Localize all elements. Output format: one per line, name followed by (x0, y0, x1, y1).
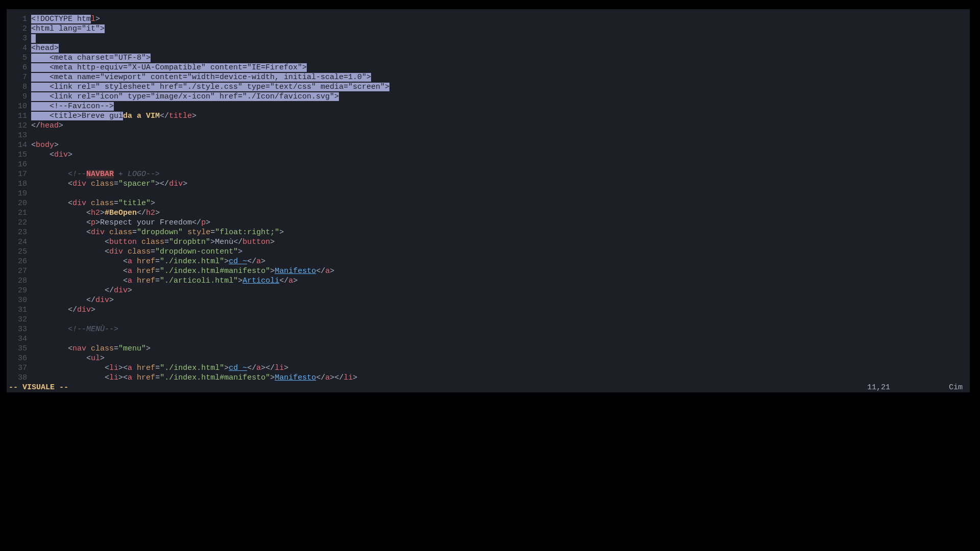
code-content[interactable]: <button class="dropbtn">Menù</button> (31, 237, 970, 247)
code-content[interactable]: <!--Favicon--> (31, 102, 970, 111)
line-number: 9 (7, 92, 31, 102)
code-content[interactable]: <a href="./index.html#manifesto">Manifes… (31, 266, 970, 276)
code-content[interactable] (31, 131, 970, 140)
code-content[interactable]: </head> (31, 121, 970, 131)
line-number: 13 (7, 131, 31, 140)
code-line[interactable]: 30 </div> (7, 295, 970, 305)
code-content[interactable]: <a href="./index.html">cd ~</a> (31, 257, 970, 266)
code-line[interactable]: 4<head> (7, 43, 970, 53)
code-content[interactable] (31, 160, 970, 169)
code-line[interactable]: 25 <div class="dropdown-content"> (7, 247, 970, 257)
code-line[interactable]: 28 <a href="./articoli.html">Articoli</a… (7, 276, 970, 286)
code-content[interactable]: <nav class="menu"> (31, 344, 970, 354)
code-line[interactable]: 1<!DOCTYPE html> (7, 14, 970, 24)
code-content[interactable]: <div class="dropdown-content"> (31, 247, 970, 257)
line-number: 21 (7, 208, 31, 218)
code-line[interactable]: 9 <link rel="icon" type="image/x-icon" h… (7, 92, 970, 102)
code-line[interactable]: 29 </div> (7, 286, 970, 295)
code-line[interactable]: 8 <link rel=" stylesheet" href="./style.… (7, 82, 970, 92)
code-content[interactable]: <meta name="viewport" content="width=dev… (31, 72, 970, 82)
code-content[interactable] (31, 189, 970, 198)
line-number: 24 (7, 237, 31, 247)
code-content[interactable]: <link rel="icon" type="image/x-icon" hre… (31, 92, 970, 102)
code-line[interactable]: 33 <!--MENÙ--> (7, 324, 970, 334)
code-content[interactable]: <div> (31, 150, 970, 160)
line-number: 26 (7, 257, 31, 266)
line-number: 7 (7, 72, 31, 82)
code-content[interactable]: <title>Breve guida a VIM</title> (31, 111, 970, 121)
code-line[interactable]: 36 <ul> (7, 354, 970, 363)
code-line[interactable]: 37 <li><a href="./index.html">cd ~</a></… (7, 363, 970, 373)
line-number: 6 (7, 63, 31, 72)
code-content[interactable]: </div> (31, 286, 970, 295)
code-content[interactable]: <div class="title"> (31, 198, 970, 208)
code-line[interactable]: 7 <meta name="viewport" content="width=d… (7, 72, 970, 82)
code-line[interactable]: 35 <nav class="menu"> (7, 344, 970, 354)
code-line[interactable]: 38 <li><a href="./index.html#manifesto">… (7, 373, 970, 383)
scroll-indicator: Cim (949, 383, 968, 392)
code-content[interactable]: <!--NAVBAR + LOGO--> (31, 169, 970, 179)
code-content[interactable]: <a href="./articoli.html">Articoli</a> (31, 276, 970, 286)
code-line[interactable]: 16 (7, 160, 970, 169)
code-line[interactable]: 20 <div class="title"> (7, 198, 970, 208)
cursor-position: 11,21 (867, 383, 949, 392)
code-line[interactable]: 34 (7, 334, 970, 344)
code-content[interactable]: <!DOCTYPE html> (31, 14, 970, 24)
line-number: 34 (7, 334, 31, 344)
code-line[interactable]: 21 <h2>#BeOpen</h2> (7, 208, 970, 218)
code-content[interactable]: <ul> (31, 354, 970, 363)
code-line[interactable]: 24 <button class="dropbtn">Menù</button> (7, 237, 970, 247)
line-number: 28 (7, 276, 31, 286)
code-line[interactable]: 12</head> (7, 121, 970, 131)
line-number: 8 (7, 82, 31, 92)
line-number: 25 (7, 247, 31, 257)
code-line[interactable]: 26 <a href="./index.html">cd ~</a> (7, 257, 970, 266)
code-line[interactable]: 27 <a href="./index.html#manifesto">Mani… (7, 266, 970, 276)
code-line[interactable]: 17 <!--NAVBAR + LOGO--> (7, 169, 970, 179)
code-content[interactable]: <p>Respect your Freedom</p> (31, 218, 970, 228)
code-line[interactable]: 18 <div class="spacer"></div> (7, 179, 970, 189)
line-number: 38 (7, 373, 31, 383)
code-editor[interactable]: 1<!DOCTYPE html>2<html lang="it">3 4<hea… (7, 9, 970, 392)
code-content[interactable]: <div class="spacer"></div> (31, 179, 970, 189)
line-number: 3 (7, 34, 31, 43)
code-line[interactable]: 32 (7, 315, 970, 324)
code-content[interactable]: </div> (31, 295, 970, 305)
code-content[interactable]: <link rel=" stylesheet" href="./style.cs… (31, 82, 970, 92)
code-content[interactable]: <meta charset="UTF-8"> (31, 53, 970, 63)
code-content[interactable]: <h2>#BeOpen</h2> (31, 208, 970, 218)
code-content[interactable]: <li><a href="./index.html">cd ~</a></li> (31, 363, 970, 373)
code-content[interactable]: <body> (31, 140, 970, 150)
line-number: 23 (7, 228, 31, 237)
code-line[interactable]: 2<html lang="it"> (7, 24, 970, 34)
code-line[interactable]: 14<body> (7, 140, 970, 150)
code-content[interactable]: <li><a href="./index.html#manifesto">Man… (31, 373, 970, 383)
code-line[interactable]: 23 <div class="dropdown" style="float:ri… (7, 228, 970, 237)
code-content[interactable]: <html lang="it"> (31, 24, 970, 34)
code-content[interactable]: <!--MENÙ--> (31, 324, 970, 334)
code-line[interactable]: 3 (7, 34, 970, 43)
code-line[interactable]: 22 <p>Respect your Freedom</p> (7, 218, 970, 228)
line-number: 16 (7, 160, 31, 169)
line-number: 37 (7, 363, 31, 373)
code-content[interactable]: <div class="dropdown" style="float:right… (31, 228, 970, 237)
line-number: 27 (7, 266, 31, 276)
code-line[interactable]: 5 <meta charset="UTF-8"> (7, 53, 970, 63)
code-content[interactable]: </div> (31, 305, 970, 315)
line-number: 1 (7, 14, 31, 24)
code-content[interactable] (31, 334, 970, 344)
code-content[interactable] (31, 315, 970, 324)
code-content[interactable]: <meta http-equiv="X-UA-Compatible" conte… (31, 63, 970, 72)
code-line[interactable]: 6 <meta http-equiv="X-UA-Compatible" con… (7, 63, 970, 72)
code-line[interactable]: 13 (7, 131, 970, 140)
line-number: 5 (7, 53, 31, 63)
line-number: 36 (7, 354, 31, 363)
code-content[interactable] (31, 34, 970, 43)
code-line[interactable]: 19 (7, 189, 970, 198)
code-line[interactable]: 15 <div> (7, 150, 970, 160)
code-line[interactable]: 10 <!--Favicon--> (7, 102, 970, 111)
code-content[interactable]: <head> (31, 43, 970, 53)
line-number: 20 (7, 198, 31, 208)
code-line[interactable]: 11 <title>Breve guida a VIM</title> (7, 111, 970, 121)
code-line[interactable]: 31 </div> (7, 305, 970, 315)
